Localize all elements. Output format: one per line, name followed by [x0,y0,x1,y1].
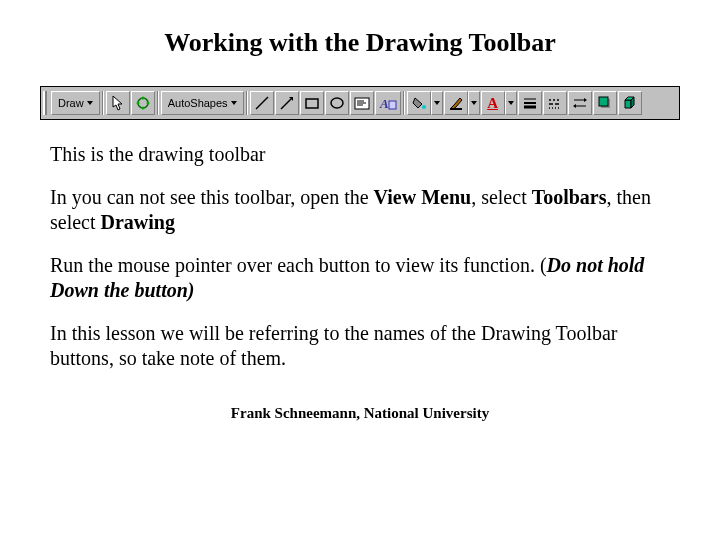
shadow-button[interactable] [593,91,617,115]
line-button[interactable] [250,91,274,115]
paragraph-4: In this lesson we will be referring to t… [50,321,670,371]
draw-menu-button[interactable]: Draw [51,91,100,115]
rectangle-icon [304,95,320,111]
page-title: Working with the Drawing Toolbar [50,28,670,58]
separator [102,91,104,115]
arrow-style-icon [572,95,588,111]
drawing-toolbar: Draw AutoShapes [40,86,680,120]
separator [157,91,159,115]
font-color-button[interactable]: A [481,91,517,115]
font-a-icon: A [487,95,498,112]
svg-marker-26 [584,98,587,102]
chevron-down-icon [508,101,514,105]
draw-menu-label: Draw [58,97,84,109]
svg-point-4 [141,107,144,110]
svg-rect-30 [599,97,608,106]
svg-rect-16 [389,101,396,109]
svg-point-2 [141,97,144,100]
rectangle-button[interactable] [300,91,324,115]
line-style-icon [522,95,538,111]
footer-credit: Frank Schneemann, National University [50,405,670,422]
fill-color-button[interactable] [407,91,443,115]
arrow-style-button[interactable] [568,91,592,115]
select-objects-button[interactable] [106,91,130,115]
svg-marker-31 [625,100,631,108]
dash-style-button[interactable] [543,91,567,115]
body-text: This is the drawing toolbar In you can n… [50,142,670,371]
paragraph-2: In you can not see this toolbar, open th… [50,185,670,235]
svg-line-6 [256,97,268,109]
dash-style-icon [547,95,563,111]
oval-button[interactable] [325,91,349,115]
separator [403,91,405,115]
autoshapes-label: AutoShapes [168,97,228,109]
svg-text:A: A [379,96,389,111]
chevron-down-icon [434,101,440,105]
wordart-button[interactable]: A [375,91,401,115]
wordart-icon: A [379,95,397,111]
chevron-down-icon [231,101,237,105]
autoshapes-menu-button[interactable]: AutoShapes [161,91,244,115]
svg-point-5 [136,102,139,105]
paragraph-3: Run the mouse pointer over each button t… [50,253,670,303]
separator [246,91,248,115]
chevron-down-icon [87,101,93,105]
toolbar-grip[interactable] [43,91,47,115]
text-box-button[interactable] [350,91,374,115]
oval-icon [329,95,345,111]
line-icon [254,95,270,111]
chevron-down-icon [471,101,477,105]
paragraph-1: This is the drawing toolbar [50,142,670,167]
svg-point-10 [331,98,343,108]
arrow-icon [279,95,295,111]
arrow-button[interactable] [275,91,299,115]
svg-point-17 [422,105,426,109]
svg-line-7 [281,99,291,109]
brush-icon [448,95,464,111]
shadow-icon [597,95,613,111]
svg-marker-0 [113,96,122,110]
line-style-button[interactable] [518,91,542,115]
svg-marker-28 [573,104,576,108]
pointer-icon [111,95,125,111]
textbox-icon [354,95,370,111]
line-color-button[interactable] [444,91,480,115]
free-rotate-button[interactable] [131,91,155,115]
bucket-icon [411,95,427,111]
svg-rect-18 [450,108,462,110]
svg-point-3 [146,102,149,105]
three-d-button[interactable] [618,91,642,115]
rotate-icon [135,95,151,111]
svg-rect-9 [306,99,318,108]
cube-icon [622,95,638,111]
